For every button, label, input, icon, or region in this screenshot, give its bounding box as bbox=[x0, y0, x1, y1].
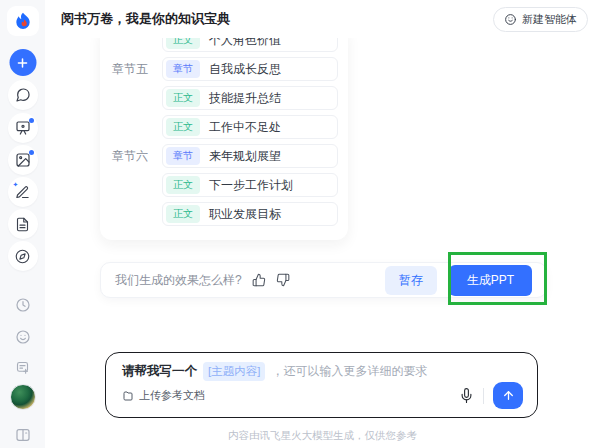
feedback-bar: 我们生成的效果怎么样? 暂存 生成PPT bbox=[100, 262, 547, 298]
sidebar-item-image[interactable] bbox=[8, 145, 38, 175]
sidebar-item-notes[interactable] bbox=[8, 209, 38, 239]
thumbs-down-button[interactable] bbox=[276, 273, 290, 287]
compass-icon bbox=[15, 249, 30, 264]
upload-reference-button[interactable]: 上传参考文档 bbox=[122, 388, 205, 403]
outline-row: 章节五 章节 自我成长反思 bbox=[100, 57, 348, 81]
sidebar-item-new-doc[interactable] bbox=[10, 354, 36, 380]
smiley-icon bbox=[15, 329, 31, 345]
outline-item-title: 来年规划展望 bbox=[209, 148, 281, 165]
save-draft-button[interactable]: 暂存 bbox=[385, 266, 437, 295]
notification-dot bbox=[29, 150, 34, 155]
sidebar: ✦ bbox=[0, 0, 45, 448]
header: 阅书万卷，我是你的知识宝典 新建智能体 bbox=[45, 0, 600, 38]
arrow-up-icon bbox=[502, 389, 515, 402]
topic-placeholder-chip[interactable]: [主题内容] bbox=[203, 362, 265, 381]
disclaimer-text: 内容由讯飞星火大模型生成，仅供您参考 bbox=[228, 429, 417, 441]
thumbs-down-icon bbox=[276, 273, 290, 287]
feedback-actions: 暂存 生成PPT bbox=[385, 265, 532, 296]
feedback-question: 我们生成的效果怎么样? bbox=[115, 272, 242, 289]
outline-row: 章节六 章节 来年规划展望 bbox=[100, 144, 348, 168]
main-area: 阅书万卷，我是你的知识宝典 新建智能体 正文 个人角色价值 章节五 章节 bbox=[45, 0, 600, 448]
collapse-sidebar-button[interactable] bbox=[10, 422, 36, 448]
badge-chapter: 章节 bbox=[166, 60, 200, 78]
outline-row: 正文 职业发展目标 bbox=[100, 202, 348, 226]
sidebar-item-feedback[interactable] bbox=[10, 324, 36, 350]
section-label: 章节六 bbox=[100, 148, 162, 165]
history-icon bbox=[15, 297, 31, 313]
outline-item-title: 技能提升总结 bbox=[209, 90, 281, 107]
send-button[interactable] bbox=[493, 382, 523, 409]
outline-row: 正文 下一步工作计划 bbox=[100, 173, 348, 197]
sidebar-item-history[interactable] bbox=[10, 292, 36, 318]
outline-item-title: 下一步工作计划 bbox=[209, 177, 293, 194]
agent-icon bbox=[504, 13, 517, 26]
footer: 内容由讯飞星火大模型生成，仅供您参考 bbox=[45, 429, 600, 443]
composer-toolbar: 上传参考文档 bbox=[122, 382, 523, 409]
mic-button[interactable] bbox=[459, 388, 474, 403]
spark-logo bbox=[7, 6, 39, 36]
composer[interactable]: 请帮我写一个 [主题内容] ，还可以输入更多详细的要求 上传参考文档 bbox=[105, 352, 538, 418]
spark-logo-icon bbox=[13, 11, 33, 31]
prompt-suffix: ，还可以输入更多详细的要求 bbox=[271, 363, 427, 380]
section-label: 章节五 bbox=[100, 61, 162, 78]
page-title: 阅书万卷，我是你的知识宝典 bbox=[61, 10, 230, 28]
app-window: ✦ bbox=[0, 0, 600, 448]
outline-item[interactable]: 正文 技能提升总结 bbox=[162, 86, 338, 110]
sidebar-toggle-icon bbox=[15, 427, 31, 443]
prompt-prefix: 请帮我写一个 bbox=[122, 363, 197, 380]
new-agent-label: 新建智能体 bbox=[522, 12, 577, 27]
outline-item[interactable]: 章节 来年规划展望 bbox=[162, 144, 338, 168]
outline-item-title: 自我成长反思 bbox=[209, 61, 281, 78]
outline-card: 正文 个人角色价值 章节五 章节 自我成长反思 正文 技能提升总结 bbox=[100, 24, 348, 240]
sidebar-item-writing[interactable]: ✦ bbox=[8, 177, 38, 207]
prompt-input[interactable]: 请帮我写一个 [主题内容] ，还可以输入更多详细的要求 bbox=[122, 362, 523, 381]
outline-item-title: 职业发展目标 bbox=[209, 206, 281, 223]
outline-item[interactable]: 正文 下一步工作计划 bbox=[162, 173, 338, 197]
sidebar-item-ppt[interactable] bbox=[8, 113, 38, 143]
chat-icon bbox=[15, 87, 31, 103]
outline-item[interactable]: 正文 工作中不足处 bbox=[162, 115, 338, 139]
badge-chapter: 章节 bbox=[166, 147, 200, 165]
presentation-icon bbox=[15, 120, 31, 136]
notification-dot bbox=[29, 118, 34, 123]
outline-item[interactable]: 正文 职业发展目标 bbox=[162, 202, 338, 226]
outline-item[interactable]: 章节 自我成长反思 bbox=[162, 57, 338, 81]
badge-body: 正文 bbox=[166, 205, 200, 223]
plus-icon bbox=[16, 56, 30, 70]
sidebar-item-explore[interactable] bbox=[8, 241, 38, 271]
thumbs-up-icon bbox=[252, 273, 266, 287]
upload-reference-label: 上传参考文档 bbox=[139, 388, 205, 403]
generate-ppt-button[interactable]: 生成PPT bbox=[449, 265, 532, 296]
document-icon bbox=[15, 217, 30, 232]
outline-row: 正文 工作中不足处 bbox=[100, 115, 348, 139]
composer-actions bbox=[459, 382, 523, 409]
outline-row: 正文 技能提升总结 bbox=[100, 86, 348, 110]
divider bbox=[483, 388, 484, 404]
image-icon bbox=[15, 152, 31, 168]
badge-body: 正文 bbox=[166, 176, 200, 194]
thumbs-up-button[interactable] bbox=[252, 273, 266, 287]
badge-body: 正文 bbox=[166, 89, 200, 107]
ai-sparkle-icon: ✦ bbox=[13, 181, 19, 188]
doc-add-icon bbox=[15, 360, 30, 375]
sidebar-item-chat[interactable] bbox=[8, 80, 38, 110]
user-avatar[interactable] bbox=[10, 384, 36, 410]
badge-body: 正文 bbox=[166, 118, 200, 136]
mic-icon bbox=[459, 388, 474, 403]
new-agent-button[interactable]: 新建智能体 bbox=[493, 7, 588, 32]
upload-doc-icon bbox=[122, 390, 134, 402]
outline-item-title: 工作中不足处 bbox=[209, 119, 281, 136]
new-chat-button[interactable] bbox=[9, 49, 36, 76]
